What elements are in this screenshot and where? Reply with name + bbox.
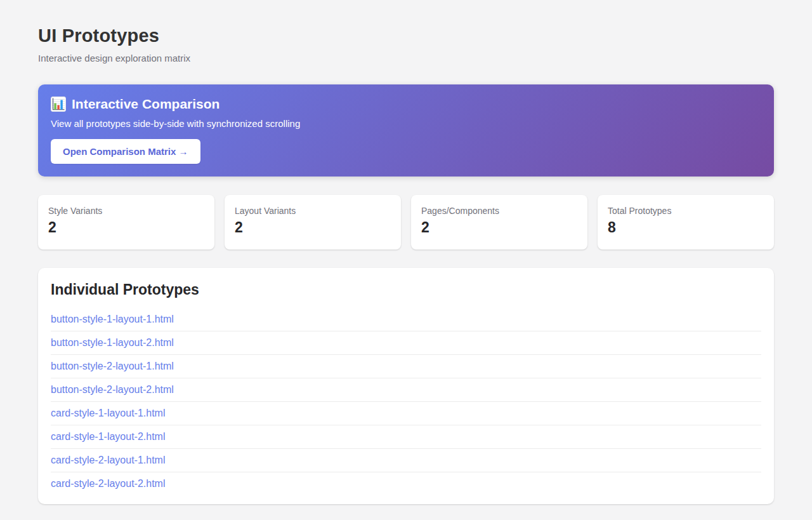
- stat-label: Layout Variants: [235, 206, 391, 216]
- stat-value: 8: [608, 219, 764, 236]
- stat-card-layout-variants: Layout Variants 2: [225, 195, 401, 250]
- page-container: UI Prototypes Interactive design explora…: [0, 0, 812, 520]
- list-item: card-style-2-layout-1.html: [51, 449, 761, 472]
- bar-chart-icon: [51, 97, 66, 112]
- prototype-link[interactable]: button-style-1-layout-2.html: [51, 337, 174, 348]
- list-item: card-style-1-layout-2.html: [51, 425, 761, 449]
- stat-value: 2: [421, 219, 577, 236]
- individual-prototypes-card: Individual Prototypes button-style-1-lay…: [38, 268, 774, 504]
- banner-title-text: Interactive Comparison: [72, 97, 219, 112]
- prototype-link[interactable]: button-style-2-layout-2.html: [51, 384, 174, 395]
- stat-label: Style Variants: [48, 206, 204, 216]
- prototype-list: button-style-1-layout-1.html button-styl…: [51, 308, 761, 495]
- prototype-link[interactable]: button-style-1-layout-1.html: [51, 314, 174, 324]
- prototype-link[interactable]: button-style-2-layout-1.html: [51, 361, 174, 371]
- stat-label: Pages/Components: [421, 206, 577, 216]
- individual-prototypes-heading: Individual Prototypes: [51, 281, 761, 298]
- list-item: button-style-2-layout-2.html: [51, 378, 761, 402]
- list-item: button-style-1-layout-1.html: [51, 308, 761, 331]
- list-item: button-style-2-layout-1.html: [51, 355, 761, 378]
- open-comparison-matrix-button[interactable]: Open Comparison Matrix →: [51, 139, 200, 164]
- list-item: button-style-1-layout-2.html: [51, 331, 761, 355]
- stat-card-pages-components: Pages/Components 2: [411, 195, 587, 250]
- stats-row: Style Variants 2 Layout Variants 2 Pages…: [38, 195, 774, 250]
- prototype-link[interactable]: card-style-1-layout-1.html: [51, 408, 166, 418]
- banner-title: Interactive Comparison: [51, 97, 761, 112]
- stat-value: 2: [235, 219, 391, 236]
- stat-card-style-variants: Style Variants 2: [38, 195, 214, 250]
- stat-value: 2: [48, 219, 204, 236]
- list-item: card-style-1-layout-1.html: [51, 402, 761, 425]
- prototype-link[interactable]: card-style-2-layout-2.html: [51, 478, 166, 489]
- stat-card-total-prototypes: Total Prototypes 8: [598, 195, 774, 250]
- prototype-link[interactable]: card-style-2-layout-1.html: [51, 455, 166, 465]
- interactive-comparison-banner: Interactive Comparison View all prototyp…: [38, 84, 774, 177]
- banner-description: View all prototypes side-by-side with sy…: [51, 118, 761, 130]
- page-title: UI Prototypes: [38, 25, 774, 46]
- stat-label: Total Prototypes: [608, 206, 764, 216]
- list-item: card-style-2-layout-2.html: [51, 472, 761, 495]
- prototype-link[interactable]: card-style-1-layout-2.html: [51, 431, 166, 442]
- page-subtitle: Interactive design exploration matrix: [38, 53, 774, 63]
